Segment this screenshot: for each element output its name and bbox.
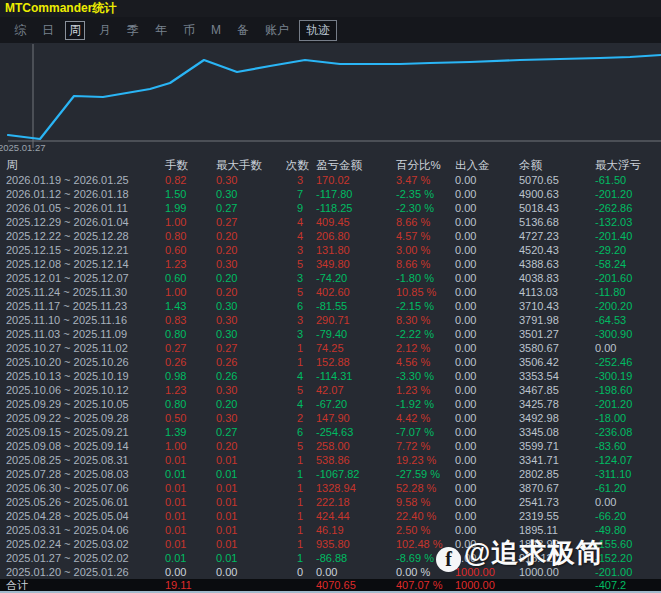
cell-lots: 0.01 [165,481,216,495]
cell-count: 1 [286,355,316,369]
cell-deposit-withdraw: 1000.00 [455,579,519,591]
table-row[interactable]: 2025.03.31 ~ 2025.04.060.010.01146.192.5… [0,523,661,537]
cell-deposit-withdraw: 0.00 [455,425,519,439]
table-row[interactable]: 2025.12.08 ~ 2025.12.141.230.305349.808.… [0,257,661,271]
menu-item-日[interactable]: 日 [40,21,56,40]
cell-lots: 1.50 [165,187,216,201]
cell-count: 3 [286,243,316,257]
table-row[interactable]: 2025.10.20 ~ 2025.10.260.260.261152.884.… [0,355,661,369]
cell-pl-amount: 402.60 [316,285,396,299]
cell-lots: 1.00 [165,439,216,453]
cell-max-float-loss: -201.00 [595,565,661,579]
cell-pl-amount: 152.88 [316,355,396,369]
cell-max-float-loss: -201.60 [595,271,661,285]
cell-max-lots: 0.20 [216,439,286,453]
col-header-max-float-loss[interactable]: 最大浮亏 [595,157,661,173]
table-row[interactable]: 2025.05.26 ~ 2025.06.010.010.011222.189.… [0,495,661,509]
menu-item-月[interactable]: 月 [97,21,113,40]
cell-count: 1 [286,551,316,565]
col-header-lots[interactable]: 手数 [165,157,216,173]
col-header-balance[interactable]: 余额 [519,157,595,173]
cell-week: 2025.10.27 ~ 2025.11.02 [0,341,165,355]
cell-lots: 0.80 [165,397,216,411]
cell-pl-amount: 222.18 [316,495,396,509]
col-header-max-lots[interactable]: 最大手数 [216,157,286,173]
cell-max-float-loss: -201.40 [595,229,661,243]
cell-balance: 3506.42 [519,355,595,369]
cell-percent: 407.07 % [396,579,455,591]
equity-chart[interactable]: 2025.01.27 [0,43,661,157]
table-row[interactable]: 2026.01.12 ~ 2026.01.181.500.307-117.80-… [0,187,661,201]
cell-deposit-withdraw: 0.00 [455,271,519,285]
menu-item-轨迹[interactable]: 轨迹 [299,20,337,41]
cell-week: 2025.09.15 ~ 2025.09.21 [0,425,165,439]
cell-balance: 3501.27 [519,327,595,341]
col-header-week[interactable]: 周 [0,157,165,173]
menu-item-备[interactable]: 备 [235,21,251,40]
cell-count: 5 [286,383,316,397]
table-row[interactable]: 2025.10.27 ~ 2025.11.020.270.27174.252.1… [0,341,661,355]
cell-balance: 3345.08 [519,425,595,439]
menu-item-年[interactable]: 年 [153,21,169,40]
table-row[interactable]: 2025.07.28 ~ 2025.08.030.010.011-1067.82… [0,467,661,481]
cell-balance: 5136.68 [519,215,595,229]
table-row[interactable]: 2026.01.19 ~ 2026.01.250.820.303170.023.… [0,173,661,187]
cell-count: 1 [286,481,316,495]
cell-deposit-withdraw: 0.00 [455,509,519,523]
table-row[interactable]: 2025.04.28 ~ 2025.05.040.010.011424.4422… [0,509,661,523]
table-row[interactable]: 2025.06.30 ~ 2025.07.060.010.0111328.945… [0,481,661,495]
cell-deposit-withdraw: 0.00 [455,439,519,453]
cell-percent: 7.72 % [396,439,455,453]
table-row[interactable]: 2025.12.29 ~ 2026.01.041.000.274409.458.… [0,215,661,229]
cell-deposit-withdraw: 0.00 [455,187,519,201]
table-row[interactable]: 2025.11.17 ~ 2025.11.231.430.306-81.55-2… [0,299,661,313]
cell-percent: 2.50 % [396,523,455,537]
menu-item-账户[interactable]: 账户 [263,21,291,40]
col-header-percent[interactable]: 百分比% [396,157,455,173]
cell-pl-amount: 0.00 [316,565,396,579]
cell-lots: 1.00 [165,285,216,299]
col-header-pl-amount[interactable]: 盈亏金额 [316,157,396,173]
table-body: 2026.01.19 ~ 2026.01.250.820.303170.023.… [0,173,661,579]
table-row[interactable]: 2026.01.05 ~ 2026.01.111.990.279-118.25-… [0,201,661,215]
table-row[interactable]: 2025.09.29 ~ 2025.10.050.800.204-67.20-1… [0,397,661,411]
cell-lots: 0.01 [165,537,216,551]
cell-lots: 0.26 [165,355,216,369]
table-row[interactable]: 2025.12.22 ~ 2025.12.280.800.204206.804.… [0,229,661,243]
cell-deposit-withdraw: 0.00 [455,551,519,565]
cell-percent: 102.48 % [396,537,455,551]
table-total-row: 合计19.114070.65407.07 %1000.00-407.2 [0,579,661,591]
table-row[interactable]: 2025.09.08 ~ 2025.09.141.000.205258.007.… [0,439,661,453]
table-row[interactable]: 2025.09.15 ~ 2025.09.211.390.276-254.63-… [0,425,661,439]
table-row[interactable]: 2025.01.20 ~ 2025.01.260.000.0000.000.00… [0,565,661,579]
cell-week: 2026.01.05 ~ 2026.01.11 [0,201,165,215]
cell-percent: 4.56 % [396,355,455,369]
cell-balance: 4727.23 [519,229,595,243]
table-row[interactable]: 2025.12.01 ~ 2025.12.070.600.203-74.20-1… [0,271,661,285]
col-header-count[interactable]: 次数 [286,157,316,173]
cell-percent: -8.69 % [396,551,455,565]
cell-week: 2026.01.12 ~ 2026.01.18 [0,187,165,201]
table-row[interactable]: 2025.02.24 ~ 2025.03.020.010.011935.8010… [0,537,661,551]
table-row[interactable]: 2025.11.03 ~ 2025.11.090.800.303-79.40-2… [0,327,661,341]
table-row[interactable]: 2025.01.27 ~ 2025.02.020.010.011-86.88-8… [0,551,661,565]
table-row[interactable]: 2025.11.24 ~ 2025.11.301.000.205402.6010… [0,285,661,299]
table-row[interactable]: 2025.11.10 ~ 2025.11.160.830.303290.718.… [0,313,661,327]
table-row[interactable]: 2025.10.06 ~ 2025.10.121.230.30542.071.2… [0,383,661,397]
col-header-deposit-withdraw[interactable]: 出入金 [455,157,519,173]
cell-balance: 3580.67 [519,341,595,355]
cell-week: 2025.02.24 ~ 2025.03.02 [0,537,165,551]
cell-max-float-loss: -311.10 [595,467,661,481]
table-row[interactable]: 2025.10.13 ~ 2025.10.190.980.264-114.31-… [0,369,661,383]
menu-item-币[interactable]: 币 [181,21,197,40]
menu-item-周[interactable]: 周 [65,21,85,40]
table-row[interactable]: 2025.08.25 ~ 2025.08.310.010.011538.8619… [0,453,661,467]
menu-item-综[interactable]: 综 [12,21,28,40]
cell-balance: 2802.85 [519,467,595,481]
table-row[interactable]: 2025.12.15 ~ 2025.12.210.600.203131.803.… [0,243,661,257]
menu-item-M[interactable]: M [209,22,223,38]
cell-lots: 0.60 [165,243,216,257]
table-row[interactable]: 2025.09.22 ~ 2025.09.280.500.302147.904.… [0,411,661,425]
menu-item-季[interactable]: 季 [125,21,141,40]
cell-pl-amount: 147.90 [316,411,396,425]
